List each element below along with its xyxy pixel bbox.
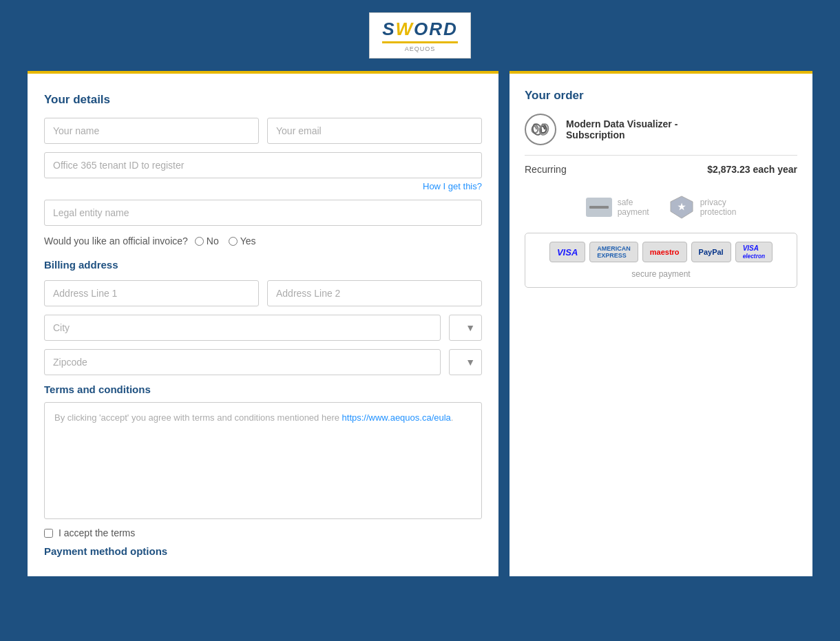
email-input[interactable] xyxy=(267,118,482,144)
invoice-question: Would you like an official invoice? xyxy=(44,235,188,246)
order-divider xyxy=(525,155,797,156)
how-link[interactable]: How I get this? xyxy=(44,181,482,191)
order-title: Your order xyxy=(525,89,797,103)
name-email-row xyxy=(44,118,482,144)
privacy-icon: ★ xyxy=(669,194,695,220)
maestro-card: maestro xyxy=(642,242,687,262)
product-name2: Subscription xyxy=(566,129,678,140)
header: SWORD AEQUOS xyxy=(0,0,840,71)
state-select[interactable]: Quebec Ontario British Columbia Alberta xyxy=(449,315,482,341)
privacy-label: privacyprotection xyxy=(700,198,737,217)
safe-payment-icon xyxy=(586,198,612,217)
name-input[interactable] xyxy=(44,118,259,144)
zip-country-row: Canada United States United Kingdom ▼ xyxy=(44,349,482,375)
legal-entity-input[interactable] xyxy=(44,200,482,226)
badges-row: safepayment ★ privacyprotection xyxy=(525,194,797,220)
right-panel: Your order Modern Data Visualizer - Subs… xyxy=(510,71,812,576)
billing-title: Billing address xyxy=(44,259,482,271)
secure-label: secure payment xyxy=(631,269,690,279)
accept-row: I accept the terms xyxy=(44,527,482,538)
city-state-row: Quebec Ontario British Columbia Alberta … xyxy=(44,315,482,341)
product-name: Modern Data Visualizer - xyxy=(566,118,678,129)
amex-card: AMERICANEXPRESS xyxy=(589,242,638,262)
secure-payment-box: VISA AMERICANEXPRESS maestro PayPal VISA… xyxy=(525,233,797,288)
main-content: Your details How I get this? Would you l… xyxy=(0,71,840,597)
logo-sub: AEQUOS xyxy=(405,45,436,52)
recurring-label: Recurring xyxy=(525,164,567,175)
city-input[interactable] xyxy=(44,315,441,341)
visa-electron-card: VISAelectron xyxy=(735,242,773,262)
card-row: VISA AMERICANEXPRESS maestro PayPal VISA… xyxy=(549,242,773,262)
address2-input[interactable] xyxy=(267,280,482,306)
order-price-row: Recurring $2,873.23 each year xyxy=(525,164,797,175)
terms-box: By clicking 'accept' you agree with term… xyxy=(44,402,482,519)
radio-yes-label[interactable]: Yes xyxy=(229,235,256,246)
safe-payment-badge: safepayment xyxy=(586,194,649,220)
radio-no[interactable] xyxy=(195,237,204,246)
visa-card: VISA xyxy=(549,242,585,262)
svg-text:★: ★ xyxy=(678,202,686,212)
product-svg-icon xyxy=(529,118,552,141)
logo-box: SWORD AEQUOS xyxy=(369,12,471,59)
address1-input[interactable] xyxy=(44,280,259,306)
safe-payment-label: safepayment xyxy=(618,198,649,217)
invoice-row: Would you like an official invoice? No Y… xyxy=(44,235,482,246)
radio-group: No Yes xyxy=(195,235,256,246)
logo-underline xyxy=(382,41,458,43)
country-select-wrapper: Canada United States United Kingdom ▼ xyxy=(449,349,482,375)
accept-checkbox[interactable] xyxy=(44,529,53,538)
tenant-input[interactable] xyxy=(44,152,482,178)
shield-icon: ★ xyxy=(669,195,694,220)
privacy-badge: ★ privacyprotection xyxy=(669,194,737,220)
radio-yes[interactable] xyxy=(229,237,238,246)
state-select-wrapper: Quebec Ontario British Columbia Alberta … xyxy=(449,315,482,341)
paypal-card: PayPal xyxy=(691,242,731,262)
left-panel: Your details How I get this? Would you l… xyxy=(28,71,498,576)
terms-title: Terms and conditions xyxy=(44,383,482,395)
product-icon xyxy=(525,114,556,145)
details-title: Your details xyxy=(44,93,482,107)
country-select[interactable]: Canada United States United Kingdom xyxy=(449,349,482,375)
radio-no-label[interactable]: No xyxy=(195,235,219,246)
price-value: $2,873.23 each year xyxy=(707,164,797,175)
product-row: Modern Data Visualizer - Subscription xyxy=(525,114,797,145)
terms-link[interactable]: https://www.aequos.ca/eula xyxy=(342,412,451,423)
accept-label: I accept the terms xyxy=(59,527,135,538)
zipcode-input[interactable] xyxy=(44,349,441,375)
terms-text: By clicking 'accept' you agree with term… xyxy=(54,412,342,423)
logo-brand: SWORD xyxy=(382,19,458,40)
payment-title: Payment method options xyxy=(44,545,482,557)
address-row-1 xyxy=(44,280,482,306)
product-name-block: Modern Data Visualizer - Subscription xyxy=(566,118,678,140)
